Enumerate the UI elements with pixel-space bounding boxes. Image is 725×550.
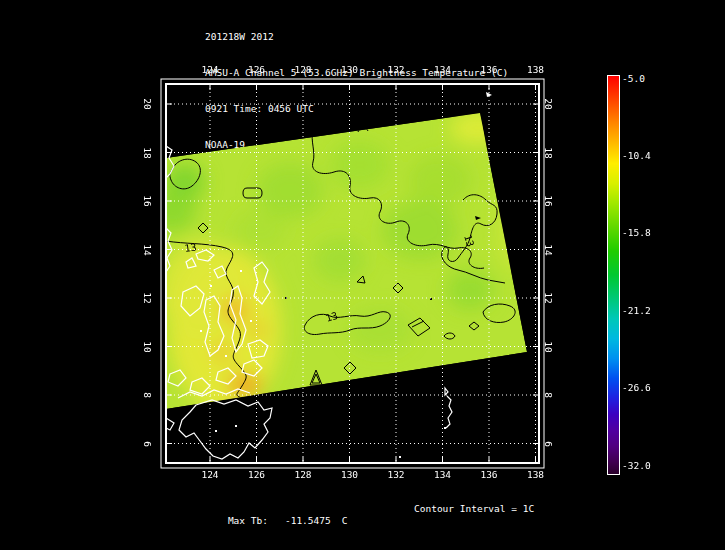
lon-tick-bottom: 124	[195, 469, 225, 480]
colorbar-tick-label: -26.6	[622, 382, 666, 393]
lat-tick-left: 16	[141, 191, 153, 211]
lat-tick-left: 20	[141, 94, 153, 114]
colorbar-tick-label: -21.2	[622, 305, 666, 316]
contour-interval-note: Contour Interval = 1C	[414, 503, 534, 515]
lon-tick-bottom: 138	[521, 469, 551, 480]
lon-tick-top: 128	[288, 64, 318, 75]
lon-tick-top: 124	[195, 64, 225, 75]
lat-tick-right: 8	[542, 385, 554, 405]
max-tb-label: Max Tb:	[228, 515, 268, 526]
lat-tick-left: 12	[141, 288, 153, 308]
lat-tick-right: 20	[542, 94, 554, 114]
contour-label-13-left: 13	[184, 241, 197, 254]
lat-tick-left: 18	[141, 143, 153, 163]
lat-tick-left: 14	[141, 240, 153, 260]
lon-tick-top: 132	[381, 64, 411, 75]
lat-tick-left: 8	[141, 385, 153, 405]
colorbar-tick-label: -10.4	[622, 150, 666, 161]
amsu-plot-screen: 201218W 2012 AMSU-A Channel 5 (53.6GHz) …	[0, 0, 725, 550]
lat-tick-right: 10	[542, 337, 554, 357]
colorbar-tick-label: -5.0	[622, 73, 666, 84]
lon-tick-top: 136	[474, 64, 504, 75]
lat-tick-right: 6	[542, 434, 554, 454]
colorbar-tick-label: -15.8	[622, 227, 666, 238]
lat-tick-right: 16	[542, 191, 554, 211]
lon-tick-bottom: 128	[288, 469, 318, 480]
max-tb-readout: Max Tb:-11.5475C	[205, 503, 347, 539]
lon-tick-bottom: 126	[242, 469, 272, 480]
lat-tick-right: 18	[542, 143, 554, 163]
lat-tick-left: 6	[141, 434, 153, 454]
colorbar-tick-label: -32.0	[622, 460, 666, 471]
lat-tick-right: 14	[542, 240, 554, 260]
lon-tick-bottom: 134	[428, 469, 458, 480]
lon-tick-top: 138	[521, 64, 551, 75]
lon-tick-top: 134	[428, 64, 458, 75]
colorbar	[607, 75, 620, 475]
lon-tick-bottom: 136	[474, 469, 504, 480]
lon-tick-bottom: 132	[381, 469, 411, 480]
lat-tick-left: 10	[141, 337, 153, 357]
lon-tick-top: 130	[335, 64, 365, 75]
tb-swath	[148, 112, 533, 412]
lon-tick-bottom: 130	[335, 469, 365, 480]
lat-tick-right: 12	[542, 288, 554, 308]
max-tb-unit: C	[342, 515, 348, 526]
max-tb-value: -11.5475	[285, 515, 331, 526]
lon-tick-top: 126	[242, 64, 272, 75]
